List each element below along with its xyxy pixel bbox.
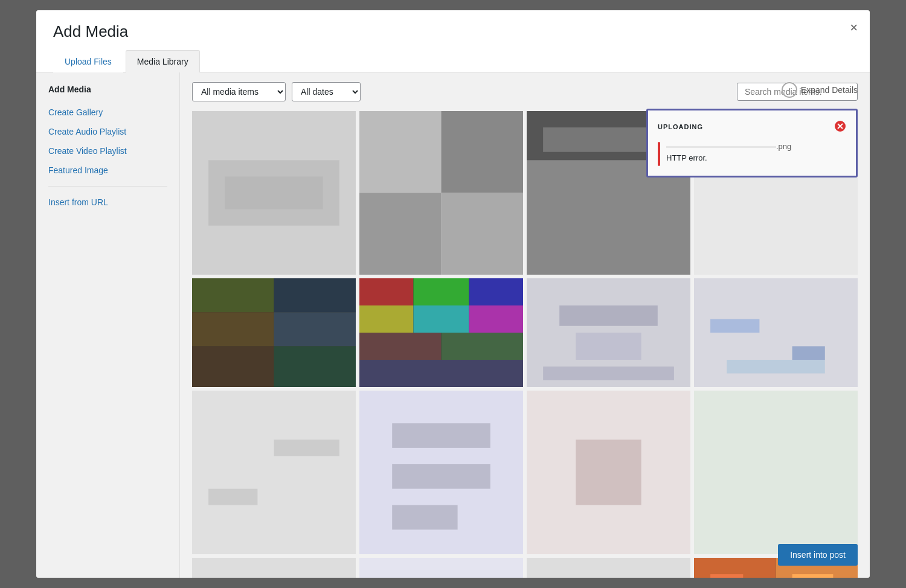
media-item[interactable] [694, 391, 858, 554]
modal-tabs: Upload Files Media Library [53, 50, 853, 72]
svg-rect-2 [225, 176, 323, 209]
svg-rect-15 [274, 278, 356, 312]
svg-rect-44 [392, 505, 457, 530]
svg-rect-32 [576, 333, 641, 360]
tab-upload[interactable]: Upload Files [53, 50, 123, 72]
tab-library[interactable]: Media Library [126, 50, 200, 72]
media-filter-select[interactable]: All media items Images Audio Video [192, 82, 286, 101]
media-item[interactable] [527, 558, 690, 578]
date-filter-select[interactable]: All dates 2024 2023 [292, 82, 361, 101]
sidebar: Add Media Create Gallery Create Audio Pl… [36, 72, 180, 578]
media-item[interactable] [359, 391, 523, 554]
sidebar-item-create-gallery[interactable]: Create Gallery [36, 103, 179, 122]
upload-panel-title: UPLOADING [658, 123, 703, 130]
modal-overlay: Add Media × Upload Files Media Library A… [0, 0, 906, 588]
chevron-left-icon: ‹ [782, 82, 797, 98]
upload-filename: ——————————————.png [666, 142, 846, 151]
upload-progress-bar [658, 142, 660, 166]
sidebar-item-insert-url[interactable]: Insert from URL [36, 193, 179, 212]
close-button[interactable]: × [850, 21, 858, 34]
close-circle-icon [834, 120, 846, 132]
modal-body: Add Media Create Gallery Create Audio Pl… [36, 72, 870, 578]
svg-rect-63 [710, 574, 743, 578]
media-item[interactable] [527, 391, 690, 554]
media-grid-inner [192, 111, 858, 578]
svg-rect-36 [792, 347, 825, 360]
sidebar-nav: Create Gallery Create Audio Playlist Cre… [36, 103, 179, 180]
modal-title: Add Media [53, 22, 853, 41]
svg-rect-31 [559, 305, 658, 326]
svg-rect-51 [359, 558, 523, 578]
svg-rect-7 [442, 193, 524, 275]
media-item[interactable] [694, 278, 858, 387]
svg-rect-22 [413, 278, 469, 305]
media-grid [180, 111, 870, 578]
svg-rect-55 [527, 558, 690, 578]
toolbar: All media items Images Audio Video All d… [180, 72, 870, 111]
svg-rect-6 [359, 193, 442, 275]
sidebar-title: Add Media [36, 85, 179, 103]
upload-panel: UPLOADING ——————————————.png [646, 109, 858, 177]
upload-info: ——————————————.png HTTP error. [666, 142, 846, 162]
sidebar-nav-secondary: Insert from URL [36, 193, 179, 212]
upload-panel-close-button[interactable] [834, 120, 846, 133]
media-item[interactable] [192, 391, 356, 554]
svg-rect-25 [413, 305, 469, 333]
media-item[interactable] [192, 558, 356, 578]
media-item[interactable] [359, 278, 523, 387]
svg-rect-21 [359, 278, 413, 305]
svg-rect-28 [442, 333, 524, 360]
media-item[interactable] [192, 111, 356, 275]
svg-rect-27 [359, 333, 442, 360]
svg-rect-17 [274, 312, 356, 346]
media-item[interactable] [359, 558, 523, 578]
modal-header: Add Media × Upload Files Media Library [36, 10, 870, 72]
svg-rect-38 [192, 391, 356, 554]
insert-into-post-button[interactable]: Insert into post [778, 544, 858, 566]
media-item[interactable] [527, 278, 690, 387]
svg-rect-47 [694, 391, 858, 554]
svg-rect-16 [192, 312, 274, 346]
svg-rect-35 [710, 319, 759, 333]
sidebar-item-create-audio[interactable]: Create Audio Playlist [36, 122, 179, 141]
upload-error: HTTP error. [666, 153, 846, 162]
svg-rect-64 [792, 574, 834, 578]
svg-rect-14 [192, 278, 274, 312]
expand-details-button[interactable]: ‹ Expand Details [782, 82, 858, 98]
sidebar-item-create-video[interactable]: Create Video Playlist [36, 141, 179, 161]
main-content: ‹ Expand Details All media items Images … [180, 72, 870, 578]
media-item[interactable] [192, 278, 356, 387]
add-media-modal: Add Media × Upload Files Media Library A… [36, 10, 870, 578]
upload-item: ——————————————.png HTTP error. [658, 142, 846, 166]
svg-rect-23 [469, 278, 523, 305]
svg-rect-26 [469, 305, 523, 333]
svg-rect-48 [192, 558, 356, 578]
svg-rect-39 [208, 489, 257, 505]
svg-rect-43 [392, 464, 490, 489]
svg-rect-19 [274, 347, 356, 388]
sidebar-divider [48, 186, 167, 187]
upload-panel-header: UPLOADING [658, 120, 846, 133]
svg-rect-29 [359, 360, 523, 387]
svg-rect-24 [359, 305, 413, 333]
svg-rect-37 [727, 360, 825, 374]
svg-rect-4 [359, 111, 442, 193]
svg-rect-33 [543, 366, 674, 380]
media-item[interactable] [359, 111, 523, 275]
sidebar-item-featured-image[interactable]: Featured Image [36, 161, 179, 180]
svg-rect-42 [392, 423, 490, 448]
svg-rect-46 [576, 439, 641, 505]
svg-rect-40 [274, 439, 339, 456]
svg-rect-5 [442, 111, 524, 193]
svg-rect-18 [192, 347, 274, 388]
